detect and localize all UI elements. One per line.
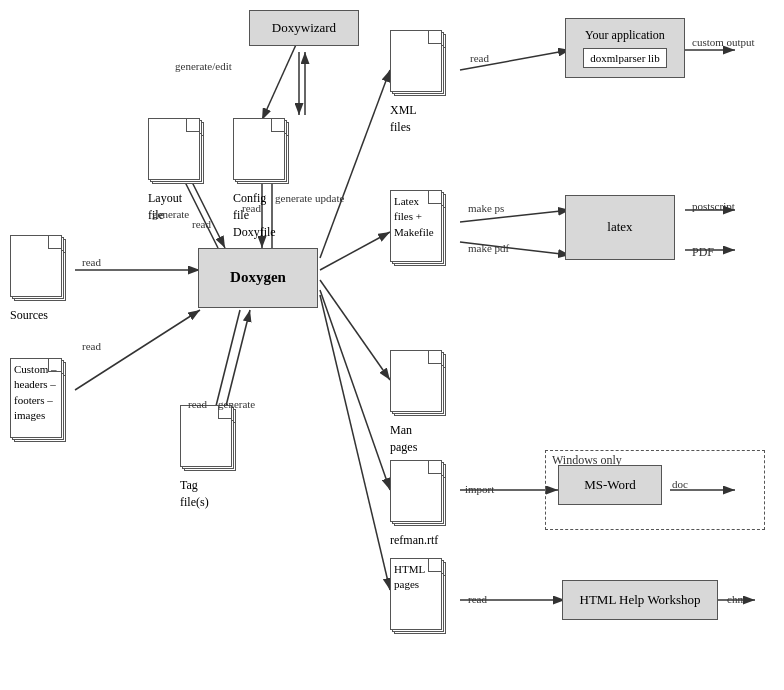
doxml-lib-box: doxmlparser lib xyxy=(583,48,666,68)
latex-files-label: Latex files + Makefile xyxy=(394,194,438,240)
refman-label: refman.rtf xyxy=(390,532,438,549)
doxml-lib-label: doxmlparser lib xyxy=(590,52,659,64)
html-help-label: HTML Help Workshop xyxy=(580,592,701,609)
tag-page-front xyxy=(180,405,232,467)
your-app-label: Your application xyxy=(583,28,666,44)
svg-line-16 xyxy=(320,232,390,270)
man-page-front xyxy=(390,350,442,412)
pdf-label: PDF xyxy=(692,245,714,260)
config-file-label: Config file Doxyfile xyxy=(233,190,276,240)
svg-line-19 xyxy=(320,295,390,590)
html-pages-label: HTML pages xyxy=(394,562,438,593)
chm-label: chm xyxy=(727,593,746,605)
doc-page-front xyxy=(148,118,200,180)
refman-page-front xyxy=(390,460,442,522)
ms-word-label: MS-Word xyxy=(584,477,636,494)
custom-output-label: custom output xyxy=(692,36,755,48)
html-help-box: HTML Help Workshop xyxy=(562,580,718,620)
doxygen-label: Doxygen xyxy=(230,268,286,288)
make-ps-label: make ps xyxy=(468,202,504,214)
doxywizard-label: Doxywizard xyxy=(272,20,336,37)
sources-label: Sources xyxy=(10,307,48,324)
read-sources-label: read xyxy=(82,256,101,268)
make-pdf-label: make pdf xyxy=(468,242,509,254)
read-config-label: read xyxy=(242,202,261,214)
generate-tag-label: generate xyxy=(218,398,255,410)
postscript-label: postscript xyxy=(692,200,735,212)
gen-update-label: generate update xyxy=(275,192,344,204)
svg-line-18 xyxy=(320,290,390,490)
man-pages-label: Man pages xyxy=(390,422,417,456)
tag-files-label: Tag file(s) xyxy=(180,477,209,511)
xml-files-label: XML files xyxy=(390,102,416,136)
read-tag-label: read xyxy=(188,398,207,410)
read-html-label: read xyxy=(468,593,487,605)
doxygen-box: Doxygen xyxy=(198,248,318,308)
svg-line-2 xyxy=(262,38,299,120)
import-label: import xyxy=(465,483,494,495)
xml-page-front xyxy=(390,30,442,92)
read-xml-label: read xyxy=(470,52,489,64)
diagram: Doxywizard generate/edit Layout file gen… xyxy=(0,0,784,690)
svg-line-15 xyxy=(320,70,390,258)
svg-line-17 xyxy=(320,280,390,380)
config-page-front xyxy=(233,118,285,180)
sources-page-front xyxy=(10,235,62,297)
read1-label: read xyxy=(192,218,211,230)
custom-label: Custom – headers – footers – images xyxy=(14,362,58,424)
doc-label: doc xyxy=(672,478,688,490)
generate-edit-label: generate/edit xyxy=(175,60,232,72)
read-custom-label: read xyxy=(82,340,101,352)
ms-word-box: MS-Word xyxy=(558,465,662,505)
generate1-label: generate xyxy=(152,208,189,220)
latex-box: latex xyxy=(565,195,675,260)
latex-label: latex xyxy=(607,219,632,236)
your-app-box: Your application doxmlparser lib xyxy=(565,18,685,78)
doxywizard-box: Doxywizard xyxy=(249,10,359,46)
